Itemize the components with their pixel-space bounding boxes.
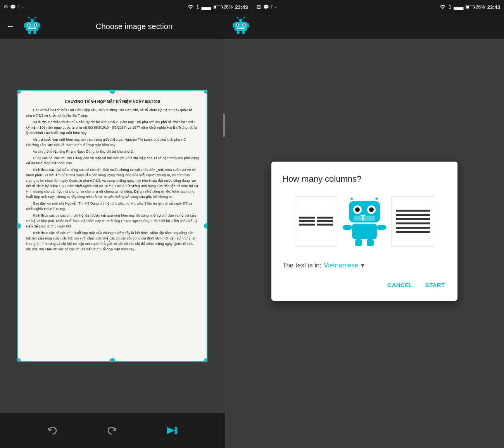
one-column-option[interactable] <box>392 196 434 246</box>
bottom-toolbar <box>0 413 225 448</box>
main-content: ← Choose image section <box>0 14 504 448</box>
start-button[interactable]: START <box>424 279 447 291</box>
svg-line-11 <box>29 18 31 19</box>
svg-marker-15 <box>167 427 175 434</box>
svg-rect-8 <box>39 23 40 28</box>
next-button[interactable] <box>164 424 179 438</box>
handle-bm[interactable] <box>110 358 115 362</box>
svg-line-13 <box>34 18 35 19</box>
toolbar-title: Choose image section <box>50 22 219 31</box>
col-line <box>396 227 430 229</box>
columns-dialog: How many columns? <box>271 162 457 301</box>
col-line <box>317 220 333 222</box>
handle-tr[interactable] <box>204 90 207 94</box>
handle-tl[interactable] <box>17 90 21 94</box>
back-button[interactable]: ← <box>6 21 15 31</box>
col-line <box>317 217 333 219</box>
dialog-actions: CANCEL START <box>282 279 447 291</box>
time-right: 23:43 <box>487 4 500 10</box>
svg-rect-44 <box>377 225 386 230</box>
document-title: CHƯƠNG TRÌNH HỌP MẶT KỶ NIỆM NGÀY 8/3/20… <box>26 99 199 105</box>
svg-point-14 <box>35 17 36 18</box>
svg-rect-1 <box>26 22 38 31</box>
col-line <box>317 224 333 226</box>
svg-rect-10 <box>33 31 36 34</box>
sim-label-right: 1 <box>449 4 451 10</box>
one-col-lines <box>396 210 430 233</box>
status-bar: ✉ 💬 f ··· 1 ▄▄▄ 26% 23:43 🖼 💬 f ··· 1 ▄▄… <box>0 0 504 14</box>
rotate-right-icon <box>105 424 119 438</box>
doc-para-2: Và được sự chấp thuận của cấp ủy chi bộ … <box>26 120 199 136</box>
toolbar: ← Choose image section <box>0 14 225 39</box>
message-icon: ✉ <box>4 4 8 10</box>
svg-text:★: ★ <box>350 196 354 202</box>
facebook-icon-right: f <box>271 4 273 10</box>
handle-br[interactable] <box>204 358 207 362</box>
two-columns-option[interactable] <box>295 196 337 246</box>
col-line <box>396 214 430 216</box>
handle-mr[interactable] <box>204 223 207 229</box>
left-panel: ← Choose image section <box>0 14 225 448</box>
rotate-left-icon <box>46 424 60 438</box>
right-panel: How many columns? <box>225 14 504 448</box>
columns-options: ★ ★ <box>282 193 447 249</box>
doc-para-7: Sau đây xin mời chị Nguyễn Thị Mỹ Dung c… <box>26 201 199 212</box>
doc-para-5: Cùng các cô, các chị làm Đảng viên và mộ… <box>26 156 199 167</box>
col-line <box>396 218 430 220</box>
col-line <box>396 222 430 224</box>
svg-rect-45 <box>355 239 362 246</box>
col-line <box>299 224 315 226</box>
image-container: CHƯƠNG TRÌNH HỌP MẶT KỶ NIỆM NGÀY 8/3/20… <box>0 39 225 413</box>
document-image[interactable]: CHƯƠNG TRÌNH HỌP MẶT KỶ NIỆM NGÀY 8/3/20… <box>17 90 207 362</box>
wifi-icon <box>187 4 194 10</box>
doc-para-1: Căn cứ kế hoạch của Hội Liên Hiệp Phụ Nữ… <box>26 108 199 119</box>
svg-point-0 <box>31 19 34 22</box>
language-value: Vietnamese <box>324 262 358 269</box>
handle-bl[interactable] <box>17 358 21 362</box>
handle-ml[interactable] <box>17 223 21 229</box>
sim-label: 1 <box>197 4 199 10</box>
language-label: The text is in: <box>282 262 321 269</box>
svg-point-38 <box>369 207 374 212</box>
next-arrow-icon <box>164 424 179 438</box>
more-icon-right: ··· <box>275 4 279 10</box>
svg-rect-42 <box>352 224 377 239</box>
battery-status-right: 26% <box>466 4 485 10</box>
wifi-icon-right <box>439 4 446 10</box>
doc-para-4: Và xin giới thiệu ông Phạm Ngọc Dũng, bí… <box>26 149 199 155</box>
svg-rect-9 <box>28 31 31 34</box>
svg-rect-43 <box>343 225 352 230</box>
language-dropdown-icon[interactable]: ▼ <box>360 262 366 269</box>
svg-text:T: T <box>361 214 365 222</box>
more-icon: ··· <box>22 4 26 10</box>
dialog-title: How many columns? <box>282 174 447 184</box>
rotate-left-button[interactable] <box>46 424 60 438</box>
svg-rect-6 <box>28 28 36 29</box>
robot-mascot-container: ★ ★ <box>341 193 388 249</box>
facebook-icon: f <box>18 4 19 10</box>
doc-para-8: Kính thưa các cô các chị: chị hội đạt đư… <box>26 213 199 229</box>
rotate-right-button[interactable] <box>105 424 119 438</box>
col-line <box>299 217 315 219</box>
svg-rect-16 <box>175 427 177 434</box>
robot-mascot-icon: ★ ★ <box>341 193 388 248</box>
language-row: The text is in: Vietnamese ▼ <box>282 262 447 269</box>
col-line <box>299 220 315 222</box>
col-line <box>396 210 430 212</box>
svg-point-5 <box>35 24 36 26</box>
signal-icon: ▄▄▄ <box>201 4 211 10</box>
col-line <box>396 231 430 233</box>
dialog-overlay: How many columns? <box>225 14 504 448</box>
cancel-button[interactable]: CANCEL <box>386 279 414 291</box>
doc-para-9: Kính thưa các cô các chị: Buổi họp mặt c… <box>26 231 199 252</box>
signal-icon-right: ▄▄▄ <box>454 4 464 10</box>
svg-point-4 <box>28 24 30 26</box>
messenger-icon: 💬 <box>10 4 16 10</box>
svg-point-37 <box>355 207 360 212</box>
doc-para-6: Kính thưa các đại biểu, cùng các cô các … <box>26 167 199 200</box>
two-col-lines <box>299 217 333 226</box>
time-left: 23:43 <box>235 4 248 10</box>
handle-tm[interactable] <box>110 90 115 94</box>
svg-point-12 <box>28 17 29 18</box>
status-bar-right: 🖼 💬 f ··· 1 ▄▄▄ 26% 23:43 <box>252 0 504 14</box>
